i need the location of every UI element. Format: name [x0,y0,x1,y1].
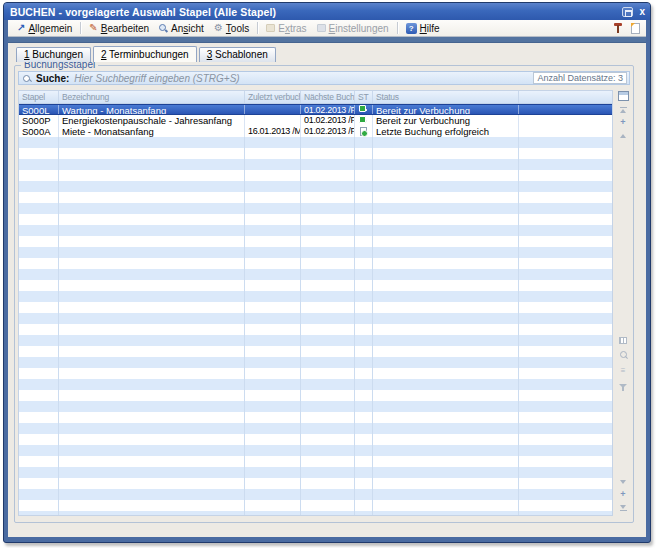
cell-zuletzt [245,105,301,114]
table-header-row: StapelBezeichnungZuletzt verbuchtNächste… [19,91,612,104]
column-header-stapel[interactable]: Stapel [19,91,59,103]
table-empty-area [19,137,612,515]
extras-icon [266,24,275,32]
cell-status: Bereit zur Verbuchung [373,105,519,114]
menu-label: Tools [226,23,249,34]
cell-st [355,126,373,137]
gear-icon: ⚙ [214,23,223,33]
cell-spacer [519,115,612,126]
settings-icon [317,24,326,32]
help-icon: ? [406,23,417,34]
record-count-badge: Anzahl Datensätze: 3 [533,72,627,84]
search-input[interactable]: Hier Suchbegriff eingeben (STRG+S) [74,73,239,84]
search-bar[interactable]: Suche: Hier Suchbegriff eingeben (STRG+S… [18,71,630,85]
client-area: ↗Allgemein✎BearbeitenAnsicht⚙ToolsExtras… [8,20,646,537]
cell-status: Letzte Buchung erfolgreich [373,126,519,137]
cell-stapel: S000P [19,115,59,126]
cell-spacer [519,126,612,137]
column-header-bezeichnung[interactable]: Bezeichnung [59,91,245,103]
menu-label: Allgemein [28,23,72,34]
cell-spacer [519,105,612,114]
menu-bar: ↗Allgemein✎BearbeitenAnsicht⚙ToolsExtras… [8,20,646,37]
menu-tools[interactable]: ⚙Tools [209,21,254,36]
column-chooser-icon[interactable] [617,90,629,101]
table-row[interactable]: S000AMiete - Monatsanfang16.01.2013 /Mi0… [19,126,612,137]
scroll-last-icon[interactable] [617,502,629,513]
cell-zuletzt: 16.01.2013 /Mi [245,126,301,137]
scroll-first-icon[interactable] [617,104,629,115]
gridline [354,137,355,515]
cell-naechste: 01.02.2013 /Fr [301,126,355,137]
window-title: BUCHEN - vorgelagerte Auswahl Stapel (Al… [10,6,276,18]
main-area: 1 Buchungen2 Terminbuchungen3 Schablonen… [8,43,646,537]
menu-einstellungen: Einstellungen [312,21,394,36]
menu-label: Bearbeiten [101,23,149,34]
cell-stapel: S000A [19,126,59,137]
arrow-ne-icon: ↗ [17,23,25,33]
insert-icon[interactable]: + [617,117,629,128]
scroll-up-icon[interactable] [617,130,629,141]
tab-strip: 1 Buchungen2 Terminbuchungen3 Schablonen [16,47,646,62]
groupbox-buchungsstapel: Buchungsstapel Suche: Hier Suchbegriff e… [14,65,634,523]
cell-st [355,115,373,126]
column-header-zuletzt-verbucht[interactable]: Zuletzt verbucht [245,91,301,103]
column-header-n-chste-buchun[interactable]: Nächste Buchun [301,91,355,103]
tab-3-schablonen[interactable]: 3 Schablonen [199,47,276,62]
column-header-spacer[interactable] [519,91,612,103]
menu-bearbeiten[interactable]: ✎Bearbeiten [84,21,154,36]
cell-status: Bereit zur Verbuchung [373,115,519,126]
menu-label: Extras [278,23,306,34]
tab-2-terminbuchungen[interactable]: 2 Terminbuchungen [93,46,197,62]
cell-bezeichnung: Energiekostenpauschale - Jahresanfang [59,115,245,126]
cell-stapel: S000L [19,105,59,114]
gridline [58,137,59,515]
menu-separator [397,22,398,34]
menu-separator [257,22,258,34]
search-icon [23,74,32,83]
doc-arrow-icon [361,120,367,122]
add-icon[interactable]: + [617,489,629,500]
grid-utility-strip: +≡+ [615,90,631,516]
columns-icon[interactable] [617,335,629,346]
menu-separator [80,22,81,34]
note-icon[interactable] [631,23,640,34]
cell-bezeichnung: Miete - Monatsanfang [59,126,245,137]
cell-bezeichnung: Wartung - Monatsanfang [59,105,245,114]
gridline [518,137,519,515]
app-window: BUCHEN - vorgelagerte Auswahl Stapel (Al… [3,2,651,543]
edit-pencil-icon: ✎ [89,23,97,33]
restore-icon[interactable] [622,7,633,17]
tab-1-buchungen[interactable]: 1 Buchungen [16,47,91,62]
batch-table: StapelBezeichnungZuletzt verbuchtNächste… [18,90,613,516]
gridline [300,137,301,515]
menu-allgemein[interactable]: ↗Allgemein [12,21,77,36]
menu-ansicht[interactable]: Ansicht [154,21,209,36]
gridline [244,137,245,515]
close-icon[interactable]: x [639,7,645,17]
gridline [372,137,373,515]
menu-hilfe[interactable]: ?Hilfe [401,21,445,36]
menu-label: Einstellungen [329,23,389,34]
hammer-icon[interactable] [613,22,623,34]
title-bar[interactable]: BUCHEN - vorgelagerte Auswahl Stapel (Al… [4,3,650,20]
search-label: Suche: [36,73,69,84]
search-icon[interactable] [617,350,629,361]
cell-st [355,105,373,114]
menu-label: Hilfe [420,23,440,34]
doc-refresh-icon [361,109,367,111]
cell-zuletzt [245,115,301,126]
table-row[interactable]: S000PEnergiekostenpauschale - Jahresanfa… [19,115,612,126]
menu-label: Ansicht [171,23,204,34]
scroll-down-icon[interactable] [617,476,629,487]
magnifier-icon [159,24,168,33]
cell-naechste: 01.02.2013 /Fr [301,105,355,114]
cell-naechste: 01.02.2013 /Fr [301,115,355,126]
doc-check-icon [360,127,367,136]
column-header-status[interactable]: Status [373,91,519,103]
menu-extras: Extras [261,21,311,36]
filter-icon[interactable] [617,380,629,391]
sort-icon[interactable]: ≡ [617,365,629,376]
table-row[interactable]: S000LWartung - Monatsanfang01.02.2013 /F… [19,104,612,115]
column-header-st[interactable]: ST [355,91,373,103]
